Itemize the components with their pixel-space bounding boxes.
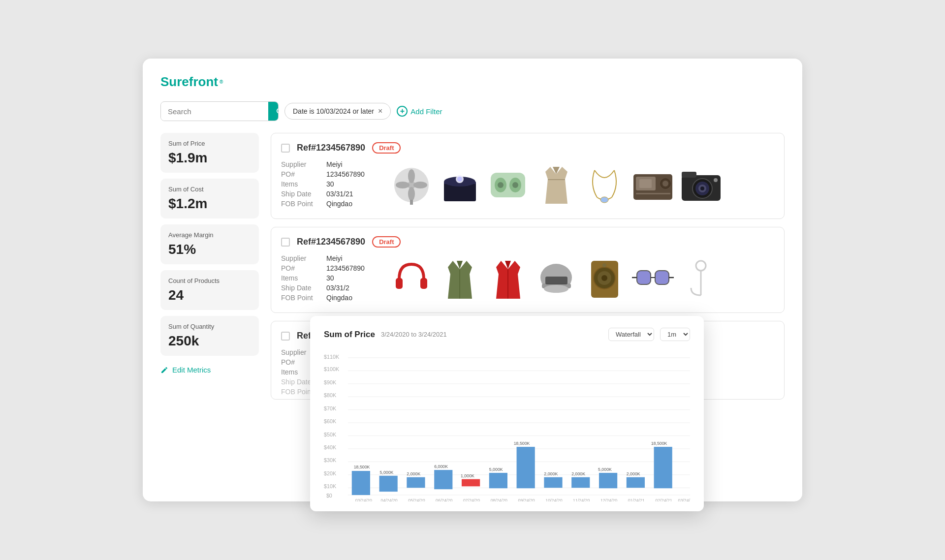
svg-text:5,000K: 5,000K xyxy=(489,467,503,472)
svg-text:2,000K: 2,000K xyxy=(627,471,640,476)
po-images-1 xyxy=(389,160,723,210)
po-supplier-label-1: Supplier xyxy=(281,160,320,168)
metric-card-count-products: Count of Products 24 xyxy=(160,270,259,310)
svg-text:01/24/21: 01/24/21 xyxy=(628,498,645,501)
chart-type-select[interactable]: Waterfall Bar Line xyxy=(608,328,654,341)
svg-rect-17 xyxy=(548,179,565,180)
svg-point-16 xyxy=(512,182,518,188)
svg-text:12/24/20: 12/24/20 xyxy=(600,498,617,501)
search-input[interactable] xyxy=(161,102,268,121)
po-detail-po-2: PO# 1234567890 xyxy=(281,264,379,272)
svg-text:05/24/20: 05/24/20 xyxy=(408,498,425,501)
po-checkbox-1[interactable] xyxy=(281,144,290,153)
logo-dot: ® xyxy=(220,79,223,85)
chart-period-select[interactable]: 1m 3m 6m 1y xyxy=(660,328,690,341)
svg-text:$20K: $20K xyxy=(324,470,337,476)
svg-rect-33 xyxy=(420,278,427,289)
po-detail-supplier-2: Supplier Meiyi xyxy=(281,254,379,262)
product-img-hook xyxy=(679,257,723,301)
po-ship-label-1: Ship Date xyxy=(281,190,320,198)
logo-text: Surefront xyxy=(160,74,218,90)
po-po-label-1: PO# xyxy=(281,170,320,178)
chart-area: $110K $100K $90K $80K $70K $60K $50K $40… xyxy=(324,349,690,501)
svg-rect-24 xyxy=(639,179,652,188)
svg-point-31 xyxy=(714,178,718,182)
svg-point-4 xyxy=(408,187,415,201)
svg-text:03/24/21: 03/24/21 xyxy=(678,498,690,501)
svg-rect-47 xyxy=(637,271,651,284)
svg-text:11/24/20: 11/24/20 xyxy=(573,498,590,501)
po-po-label-2: PO# xyxy=(281,264,320,272)
filter-close-icon[interactable]: × xyxy=(378,107,382,115)
svg-text:$0: $0 xyxy=(326,493,332,498)
po-supplier-val-1: Meiyi xyxy=(326,160,343,168)
po-body-1: Supplier Meiyi PO# 1234567890 Items 30 xyxy=(281,160,774,210)
po-detail-fob-1: FOB Point Qingdao xyxy=(281,200,379,208)
po-header-1: Ref#1234567890 Draft xyxy=(281,142,774,154)
chart-bar-8 xyxy=(544,477,562,488)
svg-text:5,000K: 5,000K xyxy=(380,470,394,475)
svg-point-43 xyxy=(601,275,607,281)
filter-chip-label: Date is 10/03/2024 or later xyxy=(293,107,374,115)
add-filter-plus-icon: + xyxy=(397,106,408,117)
svg-text:$110K: $110K xyxy=(324,354,340,360)
svg-text:2,000K: 2,000K xyxy=(407,471,420,476)
po-images-2 xyxy=(389,254,723,304)
po-items-label-2: Items xyxy=(281,274,320,282)
product-img-coat xyxy=(534,163,578,207)
svg-text:$60K: $60K xyxy=(324,418,337,424)
svg-rect-39 xyxy=(545,277,567,284)
po-ship-val-2: 03/31/2 xyxy=(326,284,349,292)
chart-bar-11 xyxy=(627,477,645,488)
chart-svg: $110K $100K $90K $80K $70K $60K $50K $40… xyxy=(324,349,690,501)
po-po-val-1: 1234567890 xyxy=(326,170,365,178)
sidebar: Sum of Price $1.9m Sum of Cost $1.2m Ave… xyxy=(160,133,259,400)
po-checkbox-3[interactable] xyxy=(281,332,290,341)
svg-point-15 xyxy=(498,182,504,188)
svg-text:04/24/20: 04/24/20 xyxy=(381,498,398,501)
po-status-badge-2: Draft xyxy=(372,236,401,248)
svg-rect-26 xyxy=(682,172,696,178)
po-ship-val-1: 03/31/21 xyxy=(326,190,353,198)
svg-point-22 xyxy=(662,181,668,187)
svg-point-30 xyxy=(700,187,704,190)
po-detail-items-1: Items 30 xyxy=(281,180,379,188)
search-icon xyxy=(275,107,279,116)
metric-value-sum-cost: $1.2m xyxy=(168,196,251,212)
svg-text:18,500K: 18,500K xyxy=(651,441,667,446)
metric-card-avg-margin: Average Margin 51% xyxy=(160,224,259,264)
metric-card-sum-cost: Sum of Cost $1.2m xyxy=(160,179,259,218)
chart-bar-6 xyxy=(489,473,507,488)
po-details-2: Supplier Meiyi PO# 1234567890 Items 30 xyxy=(281,254,379,304)
chart-bar-1 xyxy=(352,471,370,495)
product-img-helmet xyxy=(534,257,578,301)
chart-bar-4 xyxy=(434,470,452,489)
chart-bar-5-negative xyxy=(462,479,480,487)
product-img-sunglasses xyxy=(630,257,675,301)
chart-bar-2 xyxy=(379,476,398,492)
add-filter-button[interactable]: + Add Filter xyxy=(397,106,442,117)
po-header-2: Ref#1234567890 Draft xyxy=(281,236,774,248)
po-ship-label-2: Ship Date xyxy=(281,284,320,292)
po-fob-label-2: FOB Point xyxy=(281,294,320,302)
svg-text:$50K: $50K xyxy=(324,432,337,437)
product-img-jacket-green xyxy=(438,257,482,301)
svg-text:02/24/21: 02/24/21 xyxy=(656,498,672,501)
metric-card-sum-qty: Sum of Quantity 250k xyxy=(160,316,259,356)
search-button[interactable] xyxy=(268,102,279,121)
filter-chip[interactable]: Date is 10/03/2024 or later × xyxy=(284,103,391,120)
chart-title: Sum of Price xyxy=(324,330,375,340)
po-detail-items-2: Items 30 xyxy=(281,274,379,282)
po-detail-supplier-1: Supplier Meiyi xyxy=(281,160,379,168)
po-items-label-1: Items xyxy=(281,180,320,188)
svg-rect-32 xyxy=(396,278,403,289)
svg-text:09/24/20: 09/24/20 xyxy=(518,498,535,501)
svg-text:1,000K: 1,000K xyxy=(461,473,474,478)
edit-metrics-button[interactable]: Edit Metrics xyxy=(160,366,259,374)
svg-rect-48 xyxy=(655,271,669,284)
po-ref-2: Ref#1234567890 xyxy=(297,237,365,247)
svg-point-5 xyxy=(396,182,410,188)
product-img-radio xyxy=(630,163,675,207)
po-card-1: Ref#1234567890 Draft Supplier Meiyi PO# … xyxy=(271,133,785,219)
po-checkbox-2[interactable] xyxy=(281,238,290,247)
